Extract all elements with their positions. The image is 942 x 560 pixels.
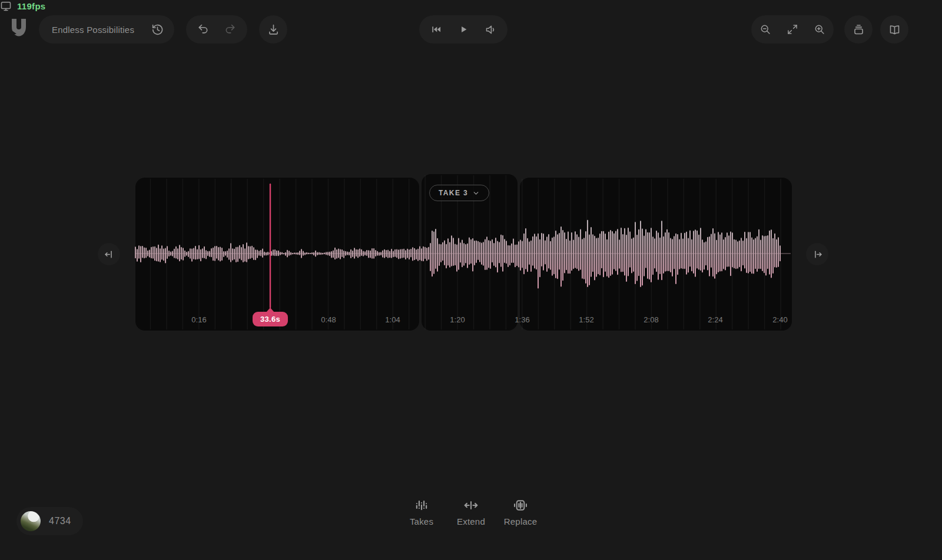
time-label: 1:20: [450, 315, 465, 324]
extend-label: Extend: [457, 516, 485, 526]
takes-button[interactable]: Takes: [404, 498, 439, 526]
replace-icon: [513, 498, 528, 513]
takes-icon: [414, 498, 429, 513]
action-bar: Takes Extend Replace: [0, 498, 942, 526]
time-label: 1:04: [385, 315, 400, 324]
time-label: 0:48: [321, 315, 336, 324]
replace-label: Replace: [504, 516, 537, 526]
time-label: 2:40: [772, 315, 787, 324]
take-label: TAKE 3: [439, 189, 468, 197]
arrow-right-to-line-icon: [812, 249, 823, 260]
takes-label: Takes: [410, 516, 433, 526]
time-label: 0:16: [191, 315, 206, 324]
time-label: 2:24: [708, 315, 722, 324]
extend-button[interactable]: Extend: [454, 498, 488, 526]
extend-icon: [463, 498, 479, 513]
time-label: 1:52: [579, 315, 593, 324]
playhead-line[interactable]: [270, 184, 271, 308]
time-label: 2:08: [644, 315, 658, 324]
time-label: 1:36: [515, 315, 529, 324]
chevron-down-icon: [472, 189, 480, 197]
app-root: { "colors": { "background": "#191919", "…: [0, 0, 942, 560]
scroll-left-button[interactable]: [98, 243, 120, 265]
scroll-right-button[interactable]: [806, 243, 828, 265]
arrow-left-to-line-icon: [104, 249, 115, 260]
replace-button[interactable]: Replace: [503, 498, 538, 526]
waveform-timeline[interactable]: [0, 0, 942, 560]
playhead-time-badge[interactable]: 33.6s: [253, 312, 288, 326]
take-selector[interactable]: TAKE 3: [429, 185, 489, 201]
